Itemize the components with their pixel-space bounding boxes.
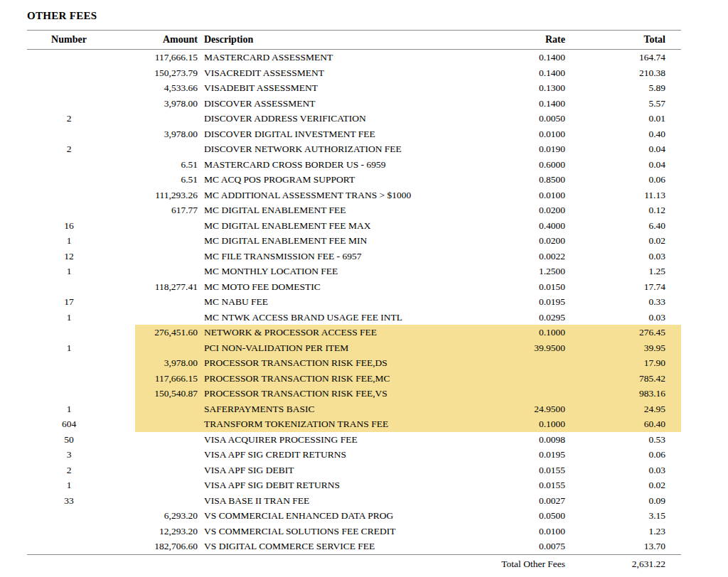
cell-amount (135, 401, 198, 417)
cell-number (27, 50, 135, 65)
cell-description: MC FILE TRANSMISSION FEE - 6957 (198, 249, 461, 264)
cell-description: MC NABU FEE (198, 294, 461, 310)
cell-rate: 0.0155 (461, 478, 571, 493)
cell-description: VISA ACQUIRER PROCESSING FEE (198, 432, 461, 448)
cell-amount: 117,666.15 (135, 50, 198, 65)
cell-description: PROCESSOR TRANSACTION RISK FEE,DS (198, 355, 461, 371)
cell-total: 0.53 (571, 432, 681, 448)
cell-amount: 4,533.66 (135, 80, 198, 96)
column-header-amount: Amount (135, 31, 198, 50)
cell-number: 1 (27, 340, 135, 356)
cell-description: VS COMMERCIAL ENHANCED DATA PROG (198, 508, 461, 524)
cell-rate (461, 371, 571, 387)
table-row: 1PCI NON-VALIDATION PER ITEM39.950039.95 (27, 340, 681, 356)
table-row: 2VISA APF SIG DEBIT0.01550.03 (27, 463, 681, 478)
table-row: 150,273.79VISACREDIT ASSESSMENT0.1400210… (27, 65, 681, 81)
cell-number (27, 203, 135, 218)
cell-rate: 0.0155 (461, 463, 571, 478)
cell-description: VISADEBIT ASSESSMENT (198, 80, 461, 96)
cell-total: 0.12 (571, 203, 681, 218)
cell-total: 164.74 (571, 50, 681, 65)
table-row: 3VISA APF SIG CREDIT RETURNS0.01950.06 (27, 447, 681, 463)
table-row: 1SAFERPAYMENTS BASIC24.950024.95 (27, 401, 681, 417)
cell-description: DISCOVER NETWORK AUTHORIZATION FEE (198, 141, 461, 157)
cell-description: MC MONTHLY LOCATION FEE (198, 264, 461, 279)
cell-total: 0.01 (571, 111, 681, 126)
cell-number (27, 355, 135, 371)
cell-description: MC DIGITAL ENABLEMENT FEE MAX (198, 218, 461, 234)
cell-number: 50 (27, 432, 135, 448)
table-row: 150,540.87PROCESSOR TRANSACTION RISK FEE… (27, 386, 681, 401)
cell-amount (135, 478, 198, 493)
cell-amount (135, 141, 198, 157)
table-row: 617.77MC DIGITAL ENABLEMENT FEE0.02000.1… (27, 203, 681, 218)
total-label: Total Other Fees (27, 554, 571, 574)
fee-table-body: 117,666.15MASTERCARD ASSESSMENT0.1400164… (27, 50, 681, 555)
cell-number: 2 (27, 111, 135, 126)
cell-number: 17 (27, 294, 135, 310)
cell-number (27, 371, 135, 387)
table-row: 6.51MC ACQ POS PROGRAM SUPPORT0.85000.06 (27, 172, 681, 188)
cell-amount (135, 463, 198, 478)
cell-amount (135, 218, 198, 234)
cell-amount: 6.51 (135, 157, 198, 173)
statement-page: OTHER FEES Number Amount Description Rat… (0, 0, 728, 577)
cell-amount: 111,293.26 (135, 188, 198, 203)
cell-number (27, 279, 135, 295)
cell-description: VISA APF SIG CREDIT RETURNS (198, 447, 461, 463)
cell-amount (135, 249, 198, 264)
cell-number (27, 508, 135, 524)
cell-rate: 0.1300 (461, 80, 571, 96)
cell-amount (135, 264, 198, 279)
cell-description: DISCOVER ADDRESS VERIFICATION (198, 111, 461, 126)
cell-rate: 0.0022 (461, 249, 571, 264)
cell-description: DISCOVER ASSESSMENT (198, 96, 461, 112)
cell-total: 13.70 (571, 539, 681, 554)
cell-total: 983.16 (571, 386, 681, 401)
cell-rate: 0.1400 (461, 65, 571, 81)
cell-description: VISACREDIT ASSESSMENT (198, 65, 461, 81)
table-row: 16MC DIGITAL ENABLEMENT FEE MAX0.40006.4… (27, 218, 681, 234)
table-row: 111,293.26MC ADDITIONAL ASSESSMENT TRANS… (27, 188, 681, 203)
table-row: 1MC MONTHLY LOCATION FEE1.25001.25 (27, 264, 681, 279)
cell-number: 1 (27, 401, 135, 417)
cell-number (27, 325, 135, 340)
cell-amount (135, 233, 198, 249)
cell-number: 1 (27, 310, 135, 325)
cell-rate: 0.0100 (461, 188, 571, 203)
cell-amount: 118,277.41 (135, 279, 198, 295)
cell-total: 1.25 (571, 264, 681, 279)
cell-rate: 0.1000 (461, 416, 571, 432)
cell-rate: 0.0150 (461, 279, 571, 295)
cell-description: PCI NON-VALIDATION PER ITEM (198, 340, 461, 356)
cell-total: 3.15 (571, 508, 681, 524)
cell-description: MASTERCARD CROSS BORDER US - 6959 (198, 157, 461, 173)
cell-total: 0.04 (571, 157, 681, 173)
total-value: 2,631.22 (571, 554, 681, 574)
cell-amount (135, 340, 198, 356)
cell-total: 0.33 (571, 294, 681, 310)
table-row: 6.51MASTERCARD CROSS BORDER US - 69590.6… (27, 157, 681, 173)
cell-amount: 3,978.00 (135, 355, 198, 371)
cell-total: 0.06 (571, 447, 681, 463)
cell-rate: 0.0195 (461, 294, 571, 310)
cell-total: 0.03 (571, 249, 681, 264)
cell-rate (461, 386, 571, 401)
cell-rate: 0.0050 (461, 111, 571, 126)
table-footer: Total Other Fees 2,631.22 (27, 554, 681, 574)
cell-rate: 24.9500 (461, 401, 571, 417)
cell-number (27, 172, 135, 188)
cell-rate: 0.0100 (461, 524, 571, 539)
cell-rate: 0.1400 (461, 96, 571, 112)
cell-total: 785.42 (571, 371, 681, 387)
table-header: Number Amount Description Rate Total (27, 31, 681, 50)
table-row: 6,293.20VS COMMERCIAL ENHANCED DATA PROG… (27, 508, 681, 524)
cell-number: 33 (27, 493, 135, 509)
cell-total: 6.40 (571, 218, 681, 234)
table-row: 4,533.66VISADEBIT ASSESSMENT0.13005.89 (27, 80, 681, 96)
cell-number (27, 157, 135, 173)
cell-rate: 0.0098 (461, 432, 571, 448)
table-row: 1MC DIGITAL ENABLEMENT FEE MIN0.02000.02 (27, 233, 681, 249)
cell-amount: 182,706.60 (135, 539, 198, 554)
cell-description: VISA BASE II TRAN FEE (198, 493, 461, 509)
